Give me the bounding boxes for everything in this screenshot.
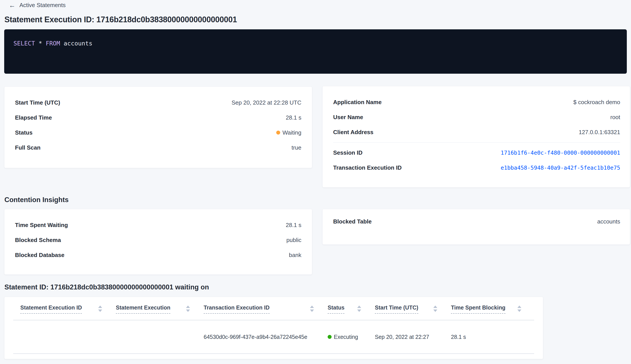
executing-status-dot-icon	[328, 335, 332, 339]
sort-icon[interactable]	[186, 304, 190, 312]
column-label: Status	[328, 304, 344, 314]
elapsed-time-row: Elapsed Time 28.1 s	[15, 110, 302, 125]
transaction-execution-id-label: Transaction Execution ID	[333, 164, 402, 171]
column-label: Transaction Execution ID	[204, 304, 270, 314]
sql-keyword-select: SELECT	[14, 40, 35, 47]
elapsed-time-value: 28.1 s	[286, 114, 302, 121]
time-spent-waiting-value: 28.1 s	[286, 222, 302, 228]
cell-status-text: Executing	[334, 334, 358, 340]
user-name-row: User Name root	[333, 110, 620, 125]
cell-start-time: Sep 20, 2022 at 22:27	[375, 334, 451, 340]
contention-insights-heading: Contention Insights	[4, 196, 68, 204]
user-name-label: User Name	[333, 114, 363, 121]
blocked-database-label: Blocked Database	[15, 252, 64, 258]
full-scan-value: true	[292, 144, 302, 151]
blocked-database-value: bank	[289, 252, 302, 258]
table-row-divider	[13, 354, 534, 354]
column-header-time-spent-blocking[interactable]: Time Spent Blocking	[451, 304, 535, 314]
back-link-label: Active Statements	[20, 2, 66, 8]
sort-icon[interactable]	[357, 304, 361, 312]
transaction-execution-id-link[interactable]: e1bba458-5948-40a9-a42f-5feac1b10e75	[500, 164, 620, 171]
table-header-row: Statement Execution ID Statement Executi…	[4, 297, 543, 320]
sql-keyword-from: FROM	[46, 40, 60, 47]
client-address-label: Client Address	[333, 129, 374, 136]
blocked-table-row: Blocked Table accounts	[333, 214, 620, 229]
back-link[interactable]: ← Active Statements	[9, 2, 66, 8]
status-value: Waiting	[276, 129, 302, 136]
sql-statement-box: SELECT * FROM accounts	[4, 29, 627, 74]
user-name-value: root	[610, 114, 620, 121]
client-address-value: 127.0.0.1:63321	[579, 129, 620, 136]
contention-details-card: Time Spent Waiting 28.1 s Blocked Schema…	[4, 209, 312, 275]
blocked-table-card: Blocked Table accounts	[322, 209, 630, 245]
sql-star: *	[35, 40, 46, 47]
blocked-table-label: Blocked Table	[333, 218, 372, 225]
session-id-row: Session ID 1716b1f6-4e0c-f480-0000-00000…	[333, 145, 620, 160]
blocked-schema-label: Blocked Schema	[15, 237, 61, 244]
session-card-divider	[333, 142, 620, 142]
sort-icon[interactable]	[98, 304, 102, 312]
back-arrow-icon: ←	[9, 2, 16, 8]
column-header-transaction-execution-id[interactable]: Transaction Execution ID	[204, 304, 328, 314]
blocked-schema-value: public	[286, 237, 302, 244]
time-spent-waiting-label: Time Spent Waiting	[15, 222, 68, 228]
status-value-text: Waiting	[282, 129, 302, 136]
column-label: Time Spent Blocking	[451, 304, 506, 314]
application-name-row: Application Name $ cockroach demo	[333, 95, 620, 110]
sort-icon[interactable]	[518, 304, 521, 312]
client-address-row: Client Address 127.0.0.1:63321	[333, 125, 620, 140]
page-title: Statement Execution ID: 1716b218dc0b3838…	[4, 15, 237, 24]
waiting-on-table: Statement Execution ID Statement Executi…	[4, 297, 543, 359]
application-name-label: Application Name	[333, 99, 382, 106]
blocked-schema-row: Blocked Schema public	[15, 232, 302, 248]
start-time-value: Sep 20, 2022 at 22:28 UTC	[232, 99, 302, 106]
start-time-row: Start Time (UTC) Sep 20, 2022 at 22:28 U…	[15, 95, 302, 110]
elapsed-time-label: Elapsed Time	[15, 114, 52, 121]
session-id-link[interactable]: 1716b1f6-4e0c-f480-0000-000000000001	[500, 150, 620, 156]
column-header-status[interactable]: Status	[328, 304, 375, 314]
waiting-status-dot-icon	[276, 130, 280, 134]
sql-table-name: accounts	[60, 40, 92, 47]
full-scan-label: Full Scan	[15, 144, 40, 151]
full-scan-row: Full Scan true	[15, 140, 302, 155]
status-label: Status	[15, 129, 32, 136]
active-statement-details-page: ← Active Statements Statement Execution …	[0, 0, 631, 364]
start-time-label: Start Time (UTC)	[15, 99, 60, 106]
column-header-statement-execution[interactable]: Statement Execution	[116, 304, 204, 314]
sort-icon[interactable]	[433, 304, 437, 312]
session-id-label: Session ID	[333, 149, 362, 156]
session-details-card: Application Name $ cockroach demo User N…	[322, 86, 630, 188]
cell-status: Executing	[328, 334, 375, 340]
application-name-value: $ cockroach demo	[574, 99, 620, 106]
time-spent-waiting-row: Time Spent Waiting 28.1 s	[15, 218, 302, 232]
cell-time-spent-blocking: 28.1 s	[451, 334, 535, 340]
cell-transaction-execution-id: 64530d0c-969f-437e-a9b4-26a72245e45e	[204, 334, 328, 340]
waiting-on-heading: Statement ID: 1716b218dc0b38380000000000…	[4, 283, 209, 291]
column-label: Start Time (UTC)	[375, 304, 418, 314]
blocked-table-value: accounts	[597, 218, 620, 225]
blocked-database-row: Blocked Database bank	[15, 248, 302, 262]
table-row: 64530d0c-969f-437e-a9b4-26a72245e45e Exe…	[4, 320, 543, 354]
column-label: Statement Execution ID	[20, 304, 82, 314]
status-row: Status Waiting	[15, 125, 302, 140]
transaction-execution-id-row: Transaction Execution ID e1bba458-5948-4…	[333, 160, 620, 175]
column-header-start-time[interactable]: Start Time (UTC)	[375, 304, 451, 314]
column-label: Statement Execution	[116, 304, 170, 314]
statement-details-card: Start Time (UTC) Sep 20, 2022 at 22:28 U…	[4, 86, 312, 168]
sort-icon[interactable]	[310, 304, 314, 312]
column-header-statement-execution-id[interactable]: Statement Execution ID	[20, 304, 116, 314]
